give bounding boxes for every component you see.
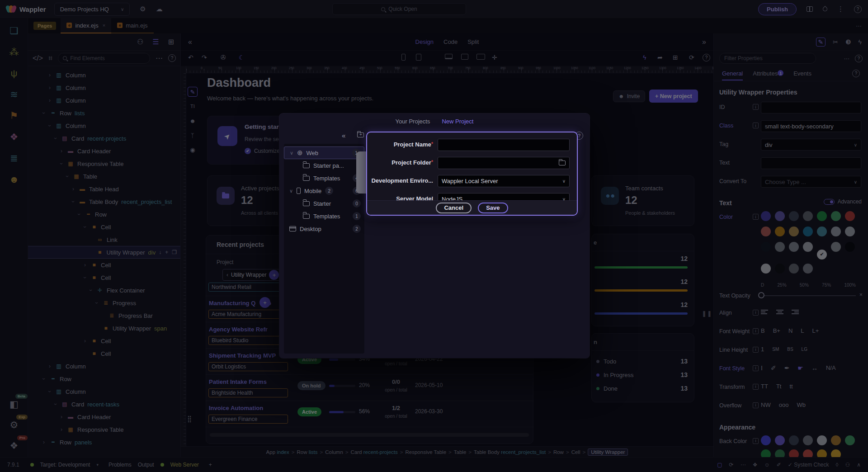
form-select[interactable]: Wappler Local Server∨	[438, 175, 570, 187]
help-icon[interactable]: ?	[854, 5, 862, 13]
dialog-tree-web[interactable]: ∨⊕Web1	[284, 146, 364, 159]
css-styles-icon[interactable]: ❸	[845, 38, 851, 46]
collapse-tree-icon[interactable]: «	[342, 132, 345, 139]
tab-main.ejs[interactable]: emain.ejs	[111, 18, 153, 33]
device-laptop-icon[interactable]	[445, 54, 453, 59]
target-selector[interactable]: Target: Development	[40, 462, 90, 468]
tree-chevron-icon[interactable]: ›	[94, 301, 100, 305]
tree-chevron-icon[interactable]: ›	[47, 123, 53, 128]
tree-item-column[interactable]: ›▥Column	[28, 385, 180, 398]
font-weight-option[interactable]: L+	[812, 327, 819, 334]
tab-index.ejs[interactable]: eindex.ejs×	[61, 18, 111, 33]
layers-icon[interactable]: ≣	[7, 151, 21, 165]
tree-chevron-icon[interactable]: ›	[82, 225, 88, 229]
debug-bug-icon[interactable]: ⚇	[845, 462, 850, 468]
extensions-icon[interactable]: ❖	[753, 462, 758, 468]
tree-chevron-icon[interactable]: ›	[59, 414, 64, 420]
color-swatch[interactable]	[761, 449, 771, 458]
font-weight-option[interactable]: N	[788, 327, 793, 334]
add-element-button[interactable]: +	[259, 297, 270, 308]
tree-chevron-icon[interactable]: ›	[82, 275, 88, 280]
tree-item-column[interactable]: ›▥Column	[28, 94, 180, 107]
tab-events[interactable]: Events	[793, 70, 811, 77]
dialog-tree-templates[interactable]: Templates4	[284, 172, 364, 184]
web-server-button[interactable]: Web Server	[170, 462, 199, 468]
pages-icon[interactable]: ❏	[7, 24, 21, 38]
cut-scissors-icon[interactable]: ✂	[833, 38, 838, 46]
color-swatch[interactable]: ✔	[817, 250, 827, 260]
expand-right-icon[interactable]: »	[702, 38, 706, 46]
tree-item-cell[interactable]: ›■Cell	[28, 259, 180, 271]
tree-item-utility-wrapper[interactable]: ■Utility Wrapperdiv↓+❐	[28, 246, 180, 259]
add-panel-icon[interactable]: +	[209, 462, 212, 468]
duplicate-icon[interactable]: ❐	[172, 249, 177, 255]
breadcrumb-item[interactable]: Column	[325, 449, 343, 455]
tree-item-table[interactable]: ›▦Table	[28, 170, 180, 183]
feedback-icon[interactable]: ☺	[764, 462, 769, 468]
color-swatch[interactable]	[789, 242, 799, 252]
tree-item-responsive-table[interactable]: ›▦Responsive Table	[28, 423, 180, 436]
reload-icon[interactable]: ⟳	[729, 462, 734, 468]
color-swatch[interactable]	[831, 449, 841, 458]
tree-chevron-icon[interactable]: ›	[88, 288, 94, 293]
output-button[interactable]: Output	[138, 462, 154, 468]
breadcrumb-item[interactable]: Row lists	[297, 449, 317, 455]
color-swatch[interactable]	[803, 264, 813, 274]
tree-item-card[interactable]: ›▤Cardrecent-tasks	[28, 398, 180, 411]
cancel-button[interactable]: Cancel	[436, 203, 472, 213]
project-name-link[interactable]: Shipment Tracking MVP	[209, 352, 276, 359]
font-style-na[interactable]: N/A	[826, 364, 836, 371]
qr-code-icon[interactable]: ⊞	[673, 54, 678, 61]
chevron-icon[interactable]: ∨	[289, 188, 293, 194]
color-swatch[interactable]	[803, 435, 813, 445]
extensions-icon[interactable]: ◧Beta	[7, 397, 21, 411]
color-swatch[interactable]	[789, 435, 799, 445]
project-name-link[interactable]: Patient Intake Forms	[209, 378, 267, 385]
new-project-button[interactable]: + New project	[649, 90, 698, 103]
theme-brush-icon[interactable]: ✐	[777, 462, 781, 468]
tree-item-row[interactable]: ›•••Row	[28, 373, 180, 385]
field-input[interactable]	[761, 157, 861, 169]
field-input[interactable]: small text-body-secondary	[761, 120, 861, 132]
tree-item-column[interactable]: ›▥Column	[28, 81, 180, 94]
ai-robot-icon[interactable]: ⚇	[137, 38, 143, 46]
quick-open-search[interactable]: Quick Open	[332, 3, 466, 15]
dynamic-bolt-icon[interactable]: ϟ	[859, 38, 862, 46]
breadcrumb-item[interactable]: Table	[454, 449, 467, 455]
tree-item-progress[interactable]: ›≣Progress	[28, 297, 180, 309]
layout-columns-icon[interactable]	[807, 6, 813, 12]
tree-item-column[interactable]: ›▥Column	[28, 119, 180, 132]
screenshot-camera-icon[interactable]: ✇	[221, 54, 226, 61]
find-elements-input[interactable]: Find Elements	[58, 53, 150, 64]
advanced-toggle[interactable]: Advanced	[824, 198, 862, 205]
text-style-icon[interactable]: TI	[188, 101, 198, 111]
breadcrumb-item[interactable]: Cell	[571, 449, 580, 455]
collapse-left-icon[interactable]: «	[188, 38, 192, 46]
color-swatch[interactable]	[817, 227, 827, 236]
breadcrumb-item[interactable]: Utility Wrapper	[588, 448, 628, 456]
color-swatch[interactable]	[761, 435, 771, 445]
tree-chevron-icon[interactable]: ›	[64, 174, 71, 179]
color-swatch[interactable]	[775, 227, 785, 236]
tab-general[interactable]: General	[722, 70, 743, 80]
color-swatch[interactable]	[845, 435, 855, 445]
refresh-icon[interactable]: ⟳	[689, 54, 694, 61]
new-folder-icon[interactable]	[357, 132, 364, 137]
tree-chevron-icon[interactable]: ›	[47, 389, 53, 394]
tree-chevron-icon[interactable]: ›	[59, 148, 64, 154]
project-selector[interactable]: Demo Projects HQ ∨	[54, 3, 130, 16]
close-tab-icon[interactable]: ×	[103, 23, 105, 28]
tree-item-link[interactable]: ∞Link	[28, 233, 180, 246]
form-input[interactable]	[438, 157, 570, 169]
wappler-pro-icon[interactable]: ❖Pro	[7, 439, 21, 453]
color-swatch[interactable]	[761, 211, 771, 221]
workflows-icon[interactable]: ⁂	[7, 45, 21, 59]
ai-assistant-icon[interactable]: ☻	[7, 172, 21, 187]
device-tablet-icon[interactable]	[416, 54, 421, 61]
field-select[interactable]: div∨	[761, 139, 861, 151]
color-swatch[interactable]	[845, 227, 855, 236]
align-center-icon[interactable]	[776, 309, 783, 316]
breadcrumb-item[interactable]: Row	[553, 449, 564, 455]
italic-icon[interactable]: I	[761, 364, 763, 372]
settings-gear-icon[interactable]: ⚙	[140, 5, 146, 13]
